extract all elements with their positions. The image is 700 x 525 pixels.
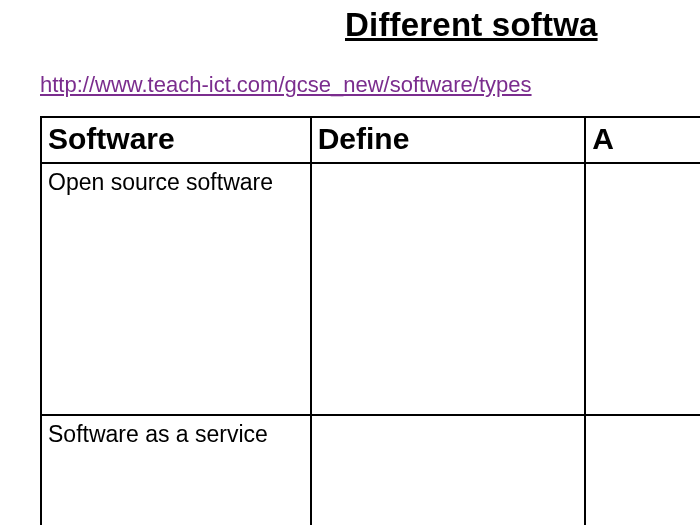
header-define: Define (311, 117, 586, 163)
cell-define (311, 415, 586, 525)
header-third: A (585, 117, 700, 163)
software-types-table: Software Define A Open source software S… (40, 116, 700, 525)
cell-software: Open source software (41, 163, 311, 415)
cell-define (311, 163, 586, 415)
cell-software: Software as a service (41, 415, 311, 525)
page-title: Different softwa (40, 6, 700, 44)
cell-third (585, 415, 700, 525)
reference-link[interactable]: http://www.teach-ict.com/gcse_new/softwa… (40, 72, 700, 98)
header-software: Software (41, 117, 311, 163)
table-row: Software as a service (41, 415, 700, 525)
table-row: Open source software (41, 163, 700, 415)
cell-third (585, 163, 700, 415)
